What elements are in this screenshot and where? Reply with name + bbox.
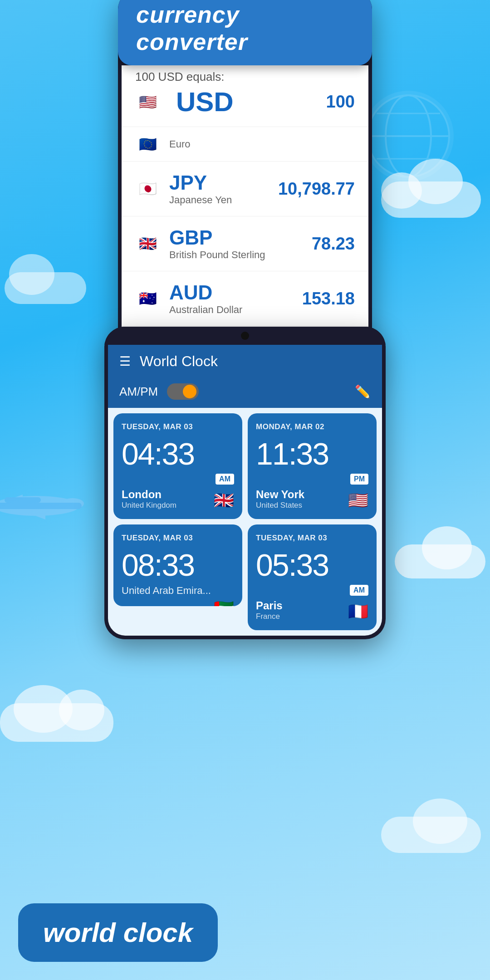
aud-name: Australian Dollar bbox=[169, 304, 302, 316]
usd-code: USD bbox=[176, 86, 326, 118]
notch-camera bbox=[241, 332, 249, 340]
london-city-row: London United Kingdom 🇬🇧 bbox=[122, 488, 234, 510]
newyork-time: 11:33 bbox=[256, 438, 368, 469]
london-date: TUESDAY, MAR 03 bbox=[122, 422, 234, 431]
paris-period: AM bbox=[350, 585, 368, 596]
jpy-name: Japanese Yen bbox=[169, 194, 278, 206]
aud-row: 🇦🇺 AUD Australian Dollar 153.18 bbox=[122, 271, 368, 326]
eur-row: 🇪🇺 Euro bbox=[122, 127, 368, 162]
hamburger-icon[interactable]: ☰ bbox=[119, 355, 131, 368]
clock-grid: TUESDAY, MAR 03 04:33 AM London United K… bbox=[108, 408, 382, 636]
gbp-flag: 🇬🇧 bbox=[135, 231, 160, 256]
paris-time: 05:33 bbox=[256, 549, 368, 580]
newyork-date: MONDAY, MAR 02 bbox=[256, 422, 368, 431]
jpy-amount: 10,798.77 bbox=[278, 179, 355, 199]
paris-clock-card: TUESDAY, MAR 03 05:33 AM Paris France 🇫🇷 bbox=[248, 524, 377, 630]
newyork-country: United States bbox=[256, 501, 304, 510]
newyork-city: New York bbox=[256, 488, 304, 501]
uae-city: United Arab Emira... bbox=[122, 585, 234, 597]
aud-amount: 153.18 bbox=[302, 289, 355, 309]
world-clock-subheader: AM/PM ✏️ bbox=[108, 378, 382, 408]
world-clock-banner: world clock bbox=[18, 903, 218, 962]
london-city: London bbox=[122, 488, 176, 501]
edit-icon[interactable]: ✏️ bbox=[355, 384, 371, 399]
eur-name: Euro bbox=[169, 138, 355, 150]
currency-banner: currency converter bbox=[118, 0, 372, 65]
jpy-row: 🇯🇵 JPY Japanese Yen 10,798.77 bbox=[122, 162, 368, 216]
world-clock-phone: ☰ World Clock AM/PM ✏️ TUESDAY, MAR 03 0… bbox=[104, 327, 386, 639]
usd-amount: 100 bbox=[326, 92, 355, 112]
toggle-knob bbox=[183, 385, 196, 398]
converter-header: 100 USD equals: bbox=[135, 70, 355, 84]
ampm-label: AM/PM bbox=[119, 385, 158, 399]
london-flag: 🇬🇧 bbox=[214, 491, 234, 510]
newyork-period: PM bbox=[350, 474, 368, 485]
gbp-code: GBP bbox=[169, 226, 312, 249]
aud-flag: 🇦🇺 bbox=[135, 286, 160, 311]
jpy-flag: 🇯🇵 bbox=[135, 176, 160, 201]
world-clock-header: ☰ World Clock bbox=[108, 345, 382, 378]
world-clock-title: World Clock bbox=[140, 353, 371, 370]
newyork-city-row: New York United States 🇺🇸 bbox=[256, 488, 368, 510]
uae-clock-card: TUESDAY, MAR 03 08:33 United Arab Emira.… bbox=[113, 524, 242, 606]
usd-flag: 🇺🇸 bbox=[135, 89, 160, 114]
ampm-toggle[interactable] bbox=[167, 383, 199, 400]
svg-rect-4 bbox=[0, 503, 82, 509]
london-clock-card: TUESDAY, MAR 03 04:33 AM London United K… bbox=[113, 413, 242, 519]
gbp-row: 🇬🇧 GBP British Pound Sterling 78.23 bbox=[122, 216, 368, 271]
newyork-clock-card: MONDAY, MAR 02 11:33 PM New York United … bbox=[248, 413, 377, 519]
uae-time: 08:33 bbox=[122, 549, 234, 580]
svg-rect-5 bbox=[5, 497, 41, 503]
gbp-amount: 78.23 bbox=[312, 234, 355, 254]
london-time: 04:33 bbox=[122, 438, 234, 469]
paris-city-row: Paris France 🇫🇷 bbox=[256, 599, 368, 621]
jpy-code: JPY bbox=[169, 172, 278, 194]
paris-city: Paris bbox=[256, 599, 283, 612]
world-clock-screen: ☰ World Clock AM/PM ✏️ TUESDAY, MAR 03 0… bbox=[108, 345, 382, 636]
currency-banner-text: currency converter bbox=[136, 1, 248, 55]
usd-section: 100 USD equals: 🇺🇸 USD 100 bbox=[122, 65, 368, 127]
aud-code: AUD bbox=[169, 281, 302, 304]
phone-notch bbox=[104, 327, 386, 345]
uae-date: TUESDAY, MAR 03 bbox=[122, 534, 234, 543]
paris-flag: 🇫🇷 bbox=[348, 602, 368, 621]
paris-country: France bbox=[256, 612, 283, 621]
eur-flag: 🇪🇺 bbox=[135, 132, 160, 157]
world-clock-banner-text: world clock bbox=[43, 917, 193, 948]
paris-date: TUESDAY, MAR 03 bbox=[256, 534, 368, 543]
svg-marker-3 bbox=[27, 513, 45, 519]
london-country: United Kingdom bbox=[122, 501, 176, 510]
gbp-name: British Pound Sterling bbox=[169, 249, 312, 261]
newyork-flag: 🇺🇸 bbox=[348, 491, 368, 510]
london-period: AM bbox=[216, 474, 234, 485]
